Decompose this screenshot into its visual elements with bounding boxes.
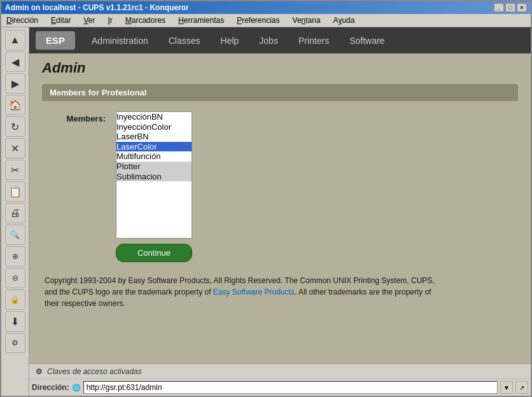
tab-jobs[interactable]: Jobs	[250, 32, 287, 50]
page-content: Admin Members for Profesional Members: I…	[29, 53, 531, 363]
settings-button[interactable]: ⚙	[5, 333, 25, 353]
print-button[interactable]: 🖨	[5, 203, 25, 223]
menu-ir[interactable]: Ir	[105, 15, 115, 25]
address-icon: 🌐	[72, 384, 81, 392]
menu-ayuda[interactable]: Ayuda	[331, 15, 358, 25]
address-input[interactable]	[83, 381, 498, 394]
close-button[interactable]: ×	[517, 3, 527, 12]
zoom-in-button[interactable]: ⊕	[5, 246, 25, 267]
members-label: Members:	[55, 111, 106, 123]
maximize-button[interactable]: □	[505, 3, 515, 12]
browser-main: ESP Administration Classes Help Jobs Pri…	[29, 27, 531, 396]
menu-editar[interactable]: Editar	[48, 15, 73, 25]
menu-direccion[interactable]: Dirección	[4, 15, 41, 25]
security-button[interactable]: 🔒	[5, 289, 25, 310]
statusbar: ⚙ Claves de acceso activadas	[29, 363, 531, 379]
address-go-button[interactable]: ↗	[515, 381, 528, 394]
esp-logo: ESP	[36, 31, 75, 50]
content-area: ▲ ◀ ▶ 🏠 ↻ ✕ ✂ 📋 🖨 🔍 ⊕ ⊖ 🔒 ⬇ ⚙ ESP Admini…	[1, 27, 531, 396]
menubar: Dirección Editar Ver Ir Marcadores Herra…	[1, 14, 531, 27]
menu-herramientas[interactable]: Herramientas	[176, 15, 227, 25]
menu-preferencias[interactable]: Preferencias	[234, 15, 282, 25]
zoom-out-button[interactable]: ⊖	[5, 268, 25, 288]
titlebar-controls: _ □ ×	[494, 3, 527, 12]
copyright-text-1: Copyright 1993-2004 by Easy Software Pro…	[45, 276, 435, 285]
window-frame: Admin on localhost - CUPS v1.1.21rc1 - K…	[0, 0, 532, 397]
list-item[interactable]: Plotter	[116, 162, 192, 172]
window-title: Admin on localhost - CUPS v1.1.21rc1 - K…	[5, 3, 189, 12]
address-dropdown-button[interactable]: ▼	[500, 381, 513, 394]
status-icon: ⚙	[33, 366, 45, 377]
list-item[interactable]: InyecciónBN	[116, 112, 192, 122]
tab-administration[interactable]: Administration	[83, 32, 157, 50]
tab-printers[interactable]: Printers	[290, 32, 338, 50]
menu-ventana[interactable]: Ventana	[290, 15, 323, 25]
list-item[interactable]: Sublimacion	[116, 172, 192, 182]
download-button[interactable]: ⬇	[5, 311, 25, 331]
nav-up-button[interactable]: ▲	[5, 30, 25, 50]
esp-link[interactable]: Easy Software Products	[213, 288, 295, 296]
copyright-text-2: and the CUPS logo are the trademark prop…	[45, 288, 213, 296]
addressbar: Dirección: 🌐 ▼ ↗	[29, 379, 531, 396]
nav-back-button[interactable]: ◀	[5, 52, 25, 72]
paste-button[interactable]: 📋	[5, 181, 25, 202]
minimize-button[interactable]: _	[494, 3, 504, 12]
titlebar: Admin on localhost - CUPS v1.1.21rc1 - K…	[1, 1, 531, 14]
find-button[interactable]: 🔍	[5, 225, 25, 245]
continue-button[interactable]: Continue	[116, 244, 192, 262]
copyright: Copyright 1993-2004 by Easy Software Pro…	[42, 275, 518, 309]
section-header: Members for Profesional	[42, 84, 518, 101]
form-area: Members: InyecciónBN InyecciónColor Lase…	[42, 111, 518, 262]
list-item[interactable]: Multifunción	[116, 151, 192, 162]
reload-button[interactable]: ↻	[5, 116, 25, 137]
members-list[interactable]: InyecciónBN InyecciónColor LaserBN Laser…	[116, 111, 192, 239]
tab-help[interactable]: Help	[212, 32, 248, 50]
nav-forward-button[interactable]: ▶	[5, 73, 25, 94]
address-label: Dirección:	[32, 383, 69, 392]
tab-classes[interactable]: Classes	[160, 32, 209, 50]
nav-tabs: ESP Administration Classes Help Jobs Pri…	[29, 27, 531, 53]
stop-button[interactable]: ✕	[5, 138, 25, 158]
page-title: Admin	[42, 60, 518, 76]
home-button[interactable]: 🏠	[5, 95, 25, 115]
tab-software[interactable]: Software	[340, 32, 393, 50]
copyright-text-4: their respective owners.	[45, 299, 125, 308]
menu-marcadores[interactable]: Marcadores	[123, 15, 168, 25]
copyright-text-3: . All other trademarks are the property …	[295, 288, 431, 296]
list-item[interactable]: LaserColor	[116, 142, 192, 152]
status-text: Claves de acceso activadas	[47, 367, 142, 376]
sidebar: ▲ ◀ ▶ 🏠 ↻ ✕ ✂ 📋 🖨 🔍 ⊕ ⊖ 🔒 ⬇ ⚙	[1, 27, 29, 396]
list-item[interactable]: LaserBN	[116, 132, 192, 142]
menu-ver[interactable]: Ver	[81, 15, 97, 25]
list-item[interactable]: InyecciónColor	[116, 122, 192, 132]
cut-button[interactable]: ✂	[5, 160, 25, 180]
